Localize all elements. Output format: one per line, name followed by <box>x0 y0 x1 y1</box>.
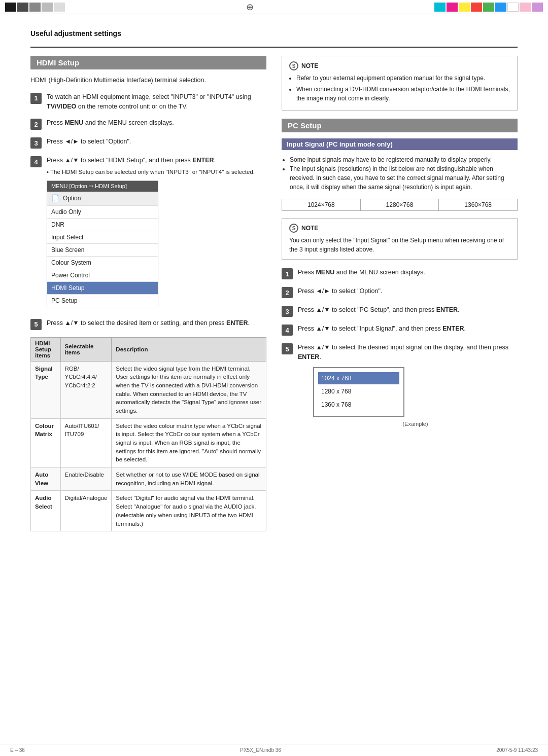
menu-item-power-control: Power Control <box>47 269 158 281</box>
footer-date: 2007-5-9 11:43:23 <box>496 747 538 753</box>
pc-step-number-3: 3 <box>282 306 293 317</box>
menu-page-icon: 📄 <box>51 193 60 204</box>
pc-note-box: S NOTE You can only select the "Input Si… <box>282 218 518 260</box>
pc-note-icon: S <box>289 224 298 233</box>
step-number-2: 2 <box>30 119 42 130</box>
pc-step-1: 1 Press MENU and the MENU screen display… <box>282 268 518 279</box>
hdmi-step-2: 2 Press MENU and the MENU screen display… <box>30 118 266 130</box>
table-cell-signal-type-name: Signal Type <box>31 361 61 418</box>
pc-step-number-1: 1 <box>282 268 293 279</box>
swatch-lavender <box>532 3 543 12</box>
hdmi-note-box: S NOTE Refer to your external equipment … <box>282 56 518 111</box>
hdmi-intro: HDMI (High-Definition Multimedia Interfa… <box>30 76 266 85</box>
top-bar-swatches-left <box>5 3 65 12</box>
pc-subsection-header: Input Signal (PC input mode only) <box>282 138 518 150</box>
table-cell-colour-matrix-name: ColourMatrix <box>31 418 61 467</box>
hdmi-setup-header: HDMI Setup <box>30 56 266 69</box>
footer-filename: PX5X_EN.indb 36 <box>240 747 281 753</box>
signal-item-1: 1024 x 768 <box>318 372 399 384</box>
table-cell-signal-type-desc: Select the video signal type from the HD… <box>112 361 266 418</box>
hdmi-step-4: 4 Press ▲/▼ to select "HDMI Setup", and … <box>30 156 266 311</box>
table-header-description: Description <box>112 337 266 361</box>
pc-bullet-1: Some input signals may have to be regist… <box>290 155 518 164</box>
res-1360: 1360×768 <box>439 199 518 211</box>
example-caption: (Example) <box>313 420 518 428</box>
table-row-colour-matrix: ColourMatrix Auto/ITU601/ITU709 Select t… <box>31 418 266 467</box>
swatch-pink <box>520 3 531 12</box>
top-bar-center: ⊕ <box>65 2 434 13</box>
hdmi-step-3: 3 Press ◄/► to select "Option". <box>30 137 266 149</box>
table-row-audio-select: AudioSelect Digital/Analogue Select "Dig… <box>31 491 266 531</box>
swatch-white <box>507 3 519 12</box>
footer-page-number: E – 36 <box>10 747 25 753</box>
swatch-magenta <box>447 3 458 12</box>
swatch-lighter <box>54 3 65 12</box>
pc-step-number-4: 4 <box>282 325 293 336</box>
menu-item-input-select: Input Select <box>47 231 158 243</box>
pc-step-5-text: Press ▲/▼ to select the desired input si… <box>298 343 518 428</box>
res-1280: 1280×768 <box>360 199 439 211</box>
step-5-text: Press ▲/▼ to select the desired item or … <box>47 318 250 328</box>
page-content: Useful adjustment settings HDMI Setup HD… <box>0 14 548 547</box>
table-cell-auto-view-name: Auto View <box>31 467 61 491</box>
table-cell-audio-select-selectable: Digital/Analogue <box>60 491 112 531</box>
pc-bullets: Some input signals may have to be regist… <box>282 155 518 192</box>
step-1-text: To watch an HDMI equipment image, select… <box>47 92 266 112</box>
res-1024: 1024×768 <box>282 199 361 211</box>
table-row-signal-type: Signal Type RGB/YCbCr4:4:4/YCbCr4:2:2 Se… <box>31 361 266 418</box>
step-number-4: 4 <box>30 156 42 167</box>
top-bar-swatches-right <box>434 3 543 12</box>
note-icon: S <box>289 61 298 70</box>
swatch-red <box>471 3 482 12</box>
swatch-green <box>483 3 494 12</box>
menu-titlebar: MENU [Option ⇒ HDMI Setup] <box>47 181 158 192</box>
top-bar: ⊕ <box>0 0 548 14</box>
table-cell-auto-view-desc: Set whether or not to use WIDE MODE base… <box>112 467 266 491</box>
menu-item-blue-screen: Blue Screen <box>47 243 158 256</box>
menu-item-hdmi-setup: HDMI Setup <box>47 281 158 294</box>
pc-step-number-5: 5 <box>282 343 293 354</box>
hdmi-step-1: 1 To watch an HDMI equipment image, sele… <box>30 92 266 112</box>
pc-step-3: 3 Press ▲/▼ to select "PC Setup", and th… <box>282 305 518 317</box>
menu-option-label: Option <box>63 194 81 203</box>
menu-option-icon-row: 📄 Option <box>47 192 158 205</box>
signal-item-3: 1360 x 768 <box>318 399 399 411</box>
menu-item-pc-setup: PC Setup <box>47 294 158 307</box>
table-cell-signal-type-selectable: RGB/YCbCr4:4:4/YCbCr4:2:2 <box>60 361 112 418</box>
table-header-item: HDMI Setupitems <box>31 337 61 361</box>
step-3-text: Press ◄/► to select "Option". <box>47 137 131 147</box>
pc-note-label: NOTE <box>301 224 318 233</box>
crosshair-icon: ⊕ <box>246 2 254 13</box>
pc-setup-column: S NOTE Refer to your external equipment … <box>282 56 518 531</box>
swatch-darkgray <box>17 3 28 12</box>
pc-step-1-text: Press MENU and the MENU screen displays. <box>298 268 425 277</box>
hdmi-menu-screenshot: MENU [Option ⇒ HDMI Setup] 📄 Option Audi… <box>47 181 158 307</box>
pc-setup-header: PC Setup <box>282 119 518 132</box>
hdmi-note-item-2: When connecting a DVI-HDMI conversion ad… <box>296 85 510 103</box>
bottom-bar: E – 36 PX5X_EN.indb 36 2007-5-9 11:43:23 <box>0 744 548 756</box>
pc-step-4: 4 Press ▲/▼ to select "Input Signal", an… <box>282 324 518 336</box>
swatch-midgray <box>29 3 41 12</box>
hdmi-note-item-1: Refer to your external equipment operati… <box>296 74 510 83</box>
menu-item-colour-system: Colour System <box>47 256 158 269</box>
step-4-text: Press ▲/▼ to select "HDMI Setup", and th… <box>47 156 255 311</box>
table-cell-auto-view-selectable: Enable/Disable <box>60 467 112 491</box>
swatch-yellow <box>459 3 470 12</box>
swatch-black <box>5 3 16 12</box>
pc-step-3-text: Press ▲/▼ to select "PC Setup", and then… <box>298 305 460 315</box>
menu-item-audio-only: Audio Only <box>47 205 158 218</box>
pc-note-header: S NOTE <box>289 224 510 233</box>
step-number-1: 1 <box>30 93 42 104</box>
note-label: NOTE <box>301 61 318 70</box>
pc-step-5: 5 Press ▲/▼ to select the desired input … <box>282 343 518 428</box>
pc-step-2-text: Press ◄/► to select "Option". <box>298 286 382 296</box>
signal-item-2: 1280 x 768 <box>318 385 399 398</box>
section-heading: Useful adjustment settings <box>30 29 518 38</box>
hdmi-note-list: Refer to your external equipment operati… <box>289 74 510 103</box>
step-2-text: Press MENU and the MENU screen displays. <box>47 118 174 128</box>
pc-note-text: You can only select the "Input Signal" o… <box>289 236 510 254</box>
table-header-selectable: Selectableitems <box>60 337 112 361</box>
table-row-auto-view: Auto View Enable/Disable Set whether or … <box>31 467 266 491</box>
pc-step-4-text: Press ▲/▼ to select "Input Signal", and … <box>298 324 466 334</box>
hdmi-note-header: S NOTE <box>289 61 510 70</box>
